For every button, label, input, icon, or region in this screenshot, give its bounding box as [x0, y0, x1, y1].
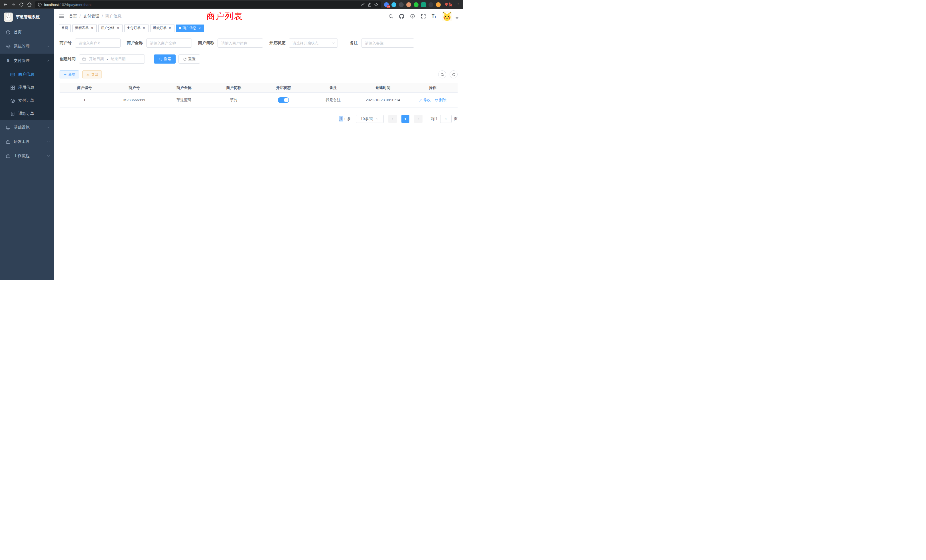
breadcrumb-home[interactable]: 首页	[69, 14, 77, 19]
collapse-sidebar-icon[interactable]	[59, 14, 64, 19]
extension-green-square-icon[interactable]	[421, 2, 426, 7]
date-separator: -	[107, 57, 108, 61]
extension-green-check-icon[interactable]	[414, 2, 419, 7]
short-name-input[interactable]	[218, 38, 263, 48]
close-icon[interactable]: ×	[116, 26, 120, 30]
sidebar-item-infrastructure[interactable]: 基础设施	[0, 120, 54, 135]
cell-full-name: 芋道源码	[159, 93, 209, 107]
merchant-no-label: 商户号	[60, 41, 71, 45]
close-icon[interactable]: ×	[90, 26, 94, 30]
user-menu-caret-icon[interactable]	[455, 17, 458, 19]
page-number-1[interactable]: 1	[401, 115, 409, 123]
date-range-picker[interactable]: 开始日期 - 结束日期	[79, 54, 145, 64]
logo-avatar	[4, 12, 13, 22]
chevron-up-icon	[47, 59, 50, 62]
sidebar-item-label: 应用信息	[18, 85, 34, 90]
url-bar[interactable]: localhost:1024/pay/merchant	[35, 1, 381, 8]
cell-create-time: 2021-10-23 08:31:14	[358, 93, 408, 107]
close-icon[interactable]: ×	[168, 26, 172, 30]
delete-button[interactable]: 删除	[435, 97, 446, 103]
close-icon[interactable]: ×	[198, 26, 201, 30]
status-select[interactable]	[289, 38, 338, 48]
tab-payment-orders[interactable]: 支付订单×	[124, 24, 148, 32]
site-info-icon[interactable]	[38, 3, 42, 7]
page-header: 首页 / 支付管理 / 商户信息 商户列表 TT	[54, 9, 463, 23]
next-page-button[interactable]	[414, 115, 422, 123]
search-icon[interactable]	[388, 14, 393, 19]
tab-refund-orders[interactable]: 退款订单×	[150, 24, 174, 32]
sidebar-item-merchant-info[interactable]: 商户信息	[0, 68, 54, 81]
browser-menu-icon[interactable]: ⋮	[456, 2, 460, 7]
cell-status	[259, 93, 309, 107]
extension-drop-icon[interactable]	[392, 2, 396, 7]
field-short-name: 商户简称	[198, 38, 263, 48]
sidebar-item-app-info[interactable]: 应用信息	[0, 81, 54, 94]
tab-merchant-info[interactable]: 商户信息×	[176, 24, 204, 32]
sidebar-item-label: 工作流程	[14, 153, 30, 159]
extension-colorful-icon[interactable]	[406, 2, 411, 7]
help-icon[interactable]	[410, 14, 415, 19]
extension-pin-icon[interactable]	[428, 2, 433, 7]
sidebar-item-payment-orders[interactable]: 支付订单	[0, 94, 54, 107]
page-content: 商户号 商户全称 商户简称 开启状态	[54, 33, 463, 280]
browser-update-button[interactable]: 更新	[445, 2, 452, 7]
share-icon[interactable]	[368, 3, 372, 7]
tab-user-group[interactable]: 用户分组×	[98, 24, 123, 32]
font-size-icon[interactable]: TT	[432, 14, 436, 18]
profile-avatar-icon[interactable]	[436, 2, 441, 7]
full-name-input[interactable]	[146, 38, 192, 48]
user-avatar[interactable]	[442, 11, 452, 21]
export-button[interactable]: 导出	[82, 70, 102, 79]
grid-icon	[10, 85, 15, 90]
fullscreen-icon[interactable]	[421, 14, 426, 19]
remark-input[interactable]	[361, 38, 414, 48]
status-toggle[interactable]	[278, 97, 289, 103]
breadcrumb-payment[interactable]: 支付管理	[83, 14, 99, 19]
home-icon[interactable]	[27, 2, 32, 7]
sidebar-item-label: 首页	[14, 30, 22, 35]
refresh-table-button[interactable]	[449, 70, 458, 79]
tag-view-bar: 首页 流程表单× 用户分组× 支付订单× 退款订单× 商户信息×	[54, 23, 463, 33]
reset-button[interactable]: 重置	[179, 54, 200, 64]
toggle-search-button[interactable]	[438, 70, 446, 79]
column-header: 创建时间	[358, 83, 408, 92]
add-button[interactable]: 新增	[60, 70, 79, 79]
sidebar-item-workflow[interactable]: 工作流程	[0, 149, 54, 163]
trash-icon	[435, 98, 438, 102]
bookmark-star-icon[interactable]	[374, 3, 378, 7]
sidebar-item-system[interactable]: 系统管理	[0, 39, 54, 54]
close-icon[interactable]: ×	[142, 26, 146, 30]
total-prefix: 共	[339, 117, 343, 121]
cell-remark: 我是备注	[309, 93, 359, 107]
extension-puzzle-icon[interactable]: 10	[384, 2, 389, 7]
breadcrumb: 首页 / 支付管理 / 商户信息	[69, 14, 121, 19]
password-key-icon[interactable]	[361, 3, 365, 7]
merchant-no-input[interactable]	[75, 38, 121, 48]
pagination-total: 共 1 条	[339, 117, 351, 121]
edit-button[interactable]: 修改	[419, 97, 431, 103]
monitor-icon	[6, 125, 11, 130]
tab-home[interactable]: 首页	[59, 24, 71, 32]
create-time-label: 创建时间	[60, 56, 76, 62]
back-icon[interactable]	[3, 2, 8, 7]
sidebar-item-refund-orders[interactable]: 退款订单	[0, 107, 54, 120]
sidebar-item-dev-tools[interactable]: 研发工具	[0, 135, 54, 149]
forward-icon[interactable]	[11, 2, 16, 7]
search-icon	[159, 57, 162, 61]
github-icon[interactable]	[399, 14, 404, 19]
goto-page-input[interactable]	[440, 115, 452, 123]
search-button[interactable]: 搜索	[154, 54, 176, 64]
sidebar-item-payment[interactable]: ¥ 支付管理	[0, 54, 54, 68]
page-size-select[interactable]: 10条/页	[356, 115, 384, 123]
briefcase-icon	[6, 154, 11, 159]
reload-icon[interactable]	[19, 2, 24, 7]
page-annotation: 商户列表	[206, 11, 243, 22]
column-header: 商户编号	[60, 83, 109, 92]
column-header: 商户号	[109, 83, 159, 92]
status-select-input[interactable]	[289, 38, 338, 48]
sidebar-item-home[interactable]: 首页	[0, 25, 54, 39]
reset-button-label: 重置	[188, 56, 195, 62]
prev-page-button[interactable]	[388, 115, 397, 123]
extension-dark-icon[interactable]	[399, 2, 404, 7]
tab-process-form[interactable]: 流程表单×	[73, 24, 97, 32]
